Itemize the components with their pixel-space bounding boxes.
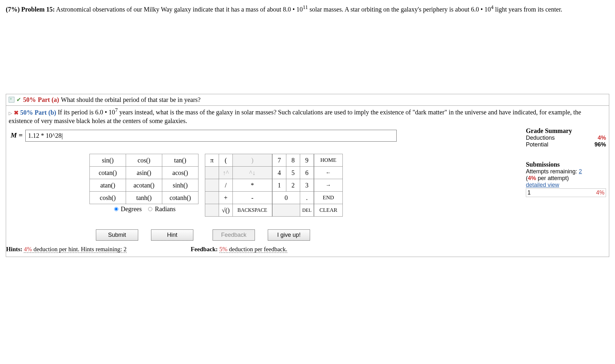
fn-cotanh[interactable]: cotanh() bbox=[162, 192, 198, 204]
detailed-view-link[interactable]: detailed view bbox=[526, 182, 606, 188]
key-close-paren: ) bbox=[233, 154, 272, 167]
key-blank4 bbox=[205, 204, 219, 217]
key-sup-down: ^↓ bbox=[233, 167, 272, 179]
key-2[interactable]: 2 bbox=[286, 179, 300, 192]
feedback-info: Feedback: 5% deduction per feedback. bbox=[191, 246, 287, 253]
fn-tan[interactable]: tan() bbox=[162, 154, 198, 167]
fn-tanh[interactable]: tanh() bbox=[126, 192, 162, 204]
key-end[interactable]: END bbox=[314, 192, 343, 204]
fn-cotan[interactable]: cotan() bbox=[90, 167, 126, 179]
fn-asin[interactable]: asin() bbox=[126, 167, 162, 179]
part-a-label: Part (a) bbox=[38, 96, 59, 103]
expand-icon[interactable] bbox=[9, 97, 14, 103]
part-b-header: ▷ ✖ 50% Part (b) If its period is 6.0 • … bbox=[6, 107, 609, 128]
degrees-radio[interactable]: Degrees bbox=[113, 205, 142, 212]
key-minus[interactable]: - bbox=[233, 192, 272, 204]
key-9[interactable]: 9 bbox=[300, 154, 314, 167]
key-right[interactable]: → bbox=[314, 179, 343, 192]
key-divide[interactable]: / bbox=[219, 179, 233, 192]
fn-acos[interactable]: acos() bbox=[162, 167, 198, 179]
fn-cos[interactable]: cos() bbox=[126, 154, 162, 167]
key-multiply[interactable]: * bbox=[233, 179, 272, 192]
fn-acotan[interactable]: acotan() bbox=[126, 179, 162, 192]
key-pi[interactable]: π bbox=[205, 154, 219, 167]
grade-summary: Grade Summary Deductions4% Potential96% bbox=[526, 127, 606, 148]
key-blank2 bbox=[205, 179, 219, 192]
attempts-remaining-link[interactable]: 2 bbox=[579, 168, 582, 175]
fn-sin[interactable]: sin() bbox=[90, 154, 126, 167]
key-open-paren[interactable]: ( bbox=[219, 154, 233, 167]
x-icon: ✖ bbox=[14, 109, 19, 116]
radians-radio[interactable]: Radians bbox=[147, 205, 175, 212]
key-blank3 bbox=[205, 192, 219, 204]
key-blank5 bbox=[273, 204, 300, 217]
function-table: sin() cos() tan() cotan() asin() acos() … bbox=[89, 154, 198, 204]
key-3[interactable]: 3 bbox=[300, 179, 314, 192]
part-b-percent: 50% bbox=[20, 109, 33, 116]
key-5[interactable]: 5 bbox=[286, 167, 300, 179]
fn-atan[interactable]: atan() bbox=[90, 179, 126, 192]
key-4[interactable]: 4 bbox=[273, 167, 286, 179]
part-a-text: What should the orbital period of that s… bbox=[61, 95, 200, 104]
submit-button[interactable]: Submit bbox=[96, 229, 138, 241]
submissions-block: Submissions Attempts remaining: 2 (4% pe… bbox=[526, 161, 606, 197]
hints-info: Hints: 4% deduction per hint. Hints rema… bbox=[6, 246, 127, 253]
key-plus[interactable]: + bbox=[219, 192, 233, 204]
hint-button[interactable]: Hint bbox=[151, 229, 193, 241]
key-dot[interactable]: . bbox=[300, 192, 314, 204]
part-b-label: Part (b) bbox=[35, 109, 56, 116]
play-icon: ▷ bbox=[9, 111, 12, 115]
answer-input[interactable] bbox=[25, 130, 397, 142]
problem-statement: (7%) Problem 15: Astronomical observatio… bbox=[6, 4, 609, 14]
fn-sinh[interactable]: sinh() bbox=[162, 179, 198, 192]
key-home[interactable]: HOME bbox=[314, 154, 343, 167]
key-clear[interactable]: CLEAR bbox=[314, 204, 343, 217]
part-a-percent: 50% bbox=[23, 96, 36, 103]
feedback-button[interactable]: Feedback bbox=[213, 229, 255, 241]
key-0[interactable]: 0 bbox=[273, 192, 300, 204]
part-a-row[interactable]: ✔ 50% Part (a) What should the orbital p… bbox=[6, 94, 609, 105]
check-icon: ✔ bbox=[16, 96, 21, 103]
fn-cosh[interactable]: cosh() bbox=[90, 192, 126, 204]
key-backspace[interactable]: BACKSPACE bbox=[233, 204, 272, 217]
key-del[interactable]: DEL bbox=[300, 204, 314, 217]
answer-label: M = bbox=[11, 131, 23, 139]
key-1[interactable]: 1 bbox=[273, 179, 286, 192]
key-sqrt[interactable]: √() bbox=[219, 204, 233, 217]
key-8[interactable]: 8 bbox=[286, 154, 300, 167]
key-blank1 bbox=[205, 167, 219, 179]
key-left[interactable]: ← bbox=[314, 167, 343, 179]
key-6[interactable]: 6 bbox=[300, 167, 314, 179]
key-sup-up: ↑^ bbox=[219, 167, 233, 179]
key-7[interactable]: 7 bbox=[273, 154, 286, 167]
giveup-button[interactable]: I give up! bbox=[268, 229, 310, 241]
